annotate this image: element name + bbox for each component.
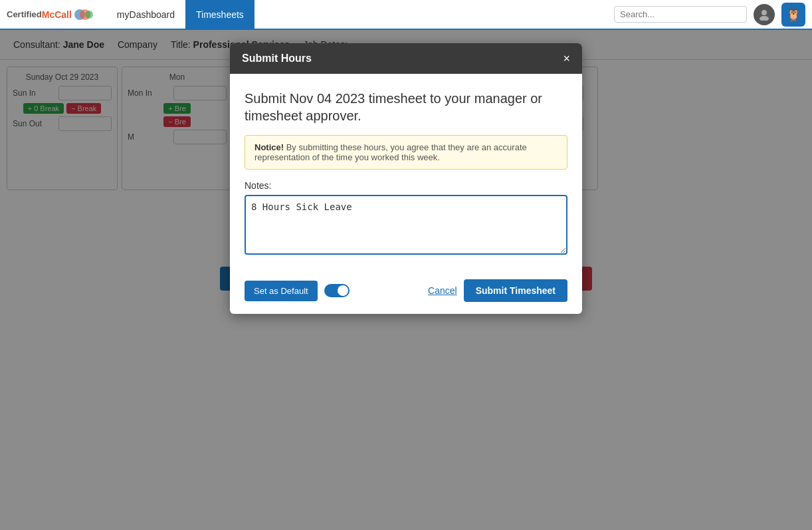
- notes-label: Notes:: [245, 180, 567, 191]
- modal-footer: Set as Default Cancel Submit Timesheet: [230, 270, 582, 314]
- set-default-area: Set as Default: [245, 281, 350, 301]
- logo-icons: [74, 8, 93, 21]
- notice-box: Notice! By submitting these hours, you a…: [245, 135, 567, 170]
- nav-right: 🦉: [614, 3, 805, 27]
- submit-timesheet-btn[interactable]: Submit Timesheet: [464, 279, 567, 302]
- nav-item-dashboard[interactable]: myDashboard: [106, 0, 185, 29]
- modal-header: Submit Hours ×: [230, 43, 582, 74]
- top-nav: Certified McCall myDashboard Timesheets …: [0, 0, 812, 30]
- toggle-knob: [338, 285, 348, 296]
- svg-point-3: [761, 10, 767, 15]
- nav-item-timesheets[interactable]: Timesheets: [185, 0, 254, 29]
- owl-logo: 🦉: [781, 3, 805, 27]
- notice-text: By submitting these hours, you agree tha…: [254, 142, 527, 162]
- nav-logo: Certified McCall: [7, 8, 93, 21]
- set-default-btn[interactable]: Set as Default: [245, 281, 318, 301]
- page-content: Consultant: Jane Doe Company Title: Prof…: [0, 30, 812, 530]
- logo-certified-text: Certified: [7, 9, 42, 19]
- svg-point-4: [760, 16, 769, 21]
- modal-body: Submit Nov 04 2023 timesheet to your man…: [230, 74, 582, 270]
- set-default-toggle[interactable]: [324, 284, 350, 297]
- modal-close-btn[interactable]: ×: [563, 53, 570, 65]
- modal-title-bar: Submit Hours: [242, 53, 312, 65]
- modal-overlay: Submit Hours × Submit Nov 04 2023 timesh…: [0, 30, 812, 530]
- svg-point-2: [85, 11, 93, 19]
- logo-mccall-text: McCall: [42, 9, 72, 20]
- notes-textarea[interactable]: 8 Hours Sick Leave: [245, 195, 567, 255]
- notice-label: Notice!: [254, 142, 284, 152]
- avatar-icon: [758, 9, 770, 21]
- user-avatar[interactable]: [754, 4, 775, 25]
- logo-graphic-icon: [74, 8, 93, 21]
- nav-search-input[interactable]: [614, 6, 747, 23]
- modal-actions: Cancel Submit Timesheet: [428, 279, 567, 302]
- cancel-btn[interactable]: Cancel: [428, 285, 457, 296]
- modal-main-title: Submit Nov 04 2023 timesheet to your man…: [245, 90, 567, 124]
- submit-hours-modal: Submit Hours × Submit Nov 04 2023 timesh…: [230, 43, 582, 314]
